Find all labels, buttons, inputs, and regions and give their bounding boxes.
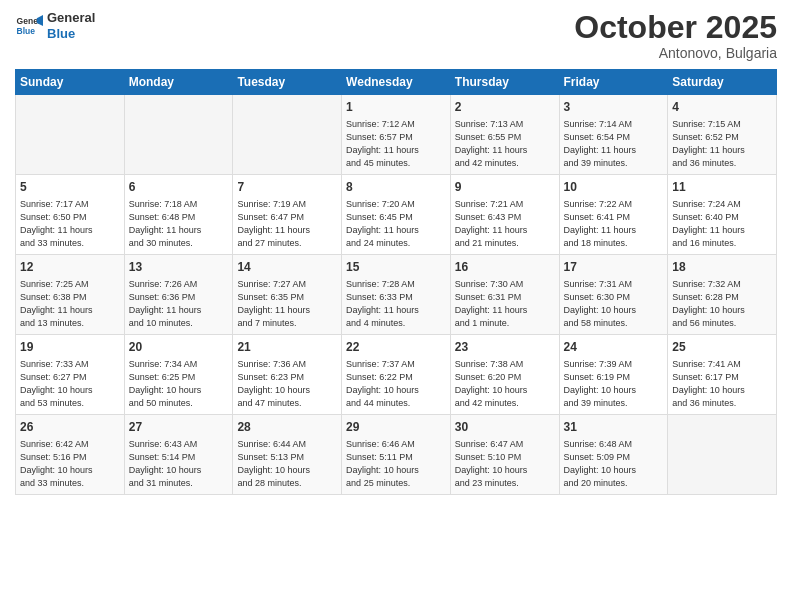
day-info: Sunrise: 7:32 AM Sunset: 6:28 PM Dayligh…: [672, 278, 772, 330]
day-number: 23: [455, 339, 555, 356]
calendar-cell: 10Sunrise: 7:22 AM Sunset: 6:41 PM Dayli…: [559, 175, 668, 255]
day-info: Sunrise: 7:22 AM Sunset: 6:41 PM Dayligh…: [564, 198, 664, 250]
calendar-cell: 30Sunrise: 6:47 AM Sunset: 5:10 PM Dayli…: [450, 415, 559, 495]
day-number: 31: [564, 419, 664, 436]
logo: General Blue General Blue: [15, 10, 95, 41]
day-info: Sunrise: 7:28 AM Sunset: 6:33 PM Dayligh…: [346, 278, 446, 330]
logo-icon: General Blue: [15, 12, 43, 40]
calendar-cell: 23Sunrise: 7:38 AM Sunset: 6:20 PM Dayli…: [450, 335, 559, 415]
day-number: 5: [20, 179, 120, 196]
day-number: 2: [455, 99, 555, 116]
weekday-header-sunday: Sunday: [16, 70, 125, 95]
day-number: 20: [129, 339, 229, 356]
day-info: Sunrise: 7:37 AM Sunset: 6:22 PM Dayligh…: [346, 358, 446, 410]
day-number: 14: [237, 259, 337, 276]
calendar-cell: 21Sunrise: 7:36 AM Sunset: 6:23 PM Dayli…: [233, 335, 342, 415]
day-number: 21: [237, 339, 337, 356]
calendar-cell: 24Sunrise: 7:39 AM Sunset: 6:19 PM Dayli…: [559, 335, 668, 415]
calendar-cell: 1Sunrise: 7:12 AM Sunset: 6:57 PM Daylig…: [342, 95, 451, 175]
day-number: 26: [20, 419, 120, 436]
day-number: 4: [672, 99, 772, 116]
calendar-table: SundayMondayTuesdayWednesdayThursdayFrid…: [15, 69, 777, 495]
day-info: Sunrise: 7:41 AM Sunset: 6:17 PM Dayligh…: [672, 358, 772, 410]
day-info: Sunrise: 7:18 AM Sunset: 6:48 PM Dayligh…: [129, 198, 229, 250]
day-info: Sunrise: 7:31 AM Sunset: 6:30 PM Dayligh…: [564, 278, 664, 330]
calendar-cell: 4Sunrise: 7:15 AM Sunset: 6:52 PM Daylig…: [668, 95, 777, 175]
day-number: 1: [346, 99, 446, 116]
calendar-cell: 9Sunrise: 7:21 AM Sunset: 6:43 PM Daylig…: [450, 175, 559, 255]
day-number: 6: [129, 179, 229, 196]
week-row-4: 19Sunrise: 7:33 AM Sunset: 6:27 PM Dayli…: [16, 335, 777, 415]
day-info: Sunrise: 7:12 AM Sunset: 6:57 PM Dayligh…: [346, 118, 446, 170]
location: Antonovo, Bulgaria: [574, 45, 777, 61]
calendar-cell: 13Sunrise: 7:26 AM Sunset: 6:36 PM Dayli…: [124, 255, 233, 335]
day-number: 13: [129, 259, 229, 276]
page: General Blue General Blue October 2025 A…: [0, 0, 792, 612]
day-info: Sunrise: 6:43 AM Sunset: 5:14 PM Dayligh…: [129, 438, 229, 490]
calendar-cell: 5Sunrise: 7:17 AM Sunset: 6:50 PM Daylig…: [16, 175, 125, 255]
header: General Blue General Blue October 2025 A…: [15, 10, 777, 61]
day-number: 11: [672, 179, 772, 196]
month-title: October 2025: [574, 10, 777, 45]
calendar-cell: 8Sunrise: 7:20 AM Sunset: 6:45 PM Daylig…: [342, 175, 451, 255]
calendar-cell: 22Sunrise: 7:37 AM Sunset: 6:22 PM Dayli…: [342, 335, 451, 415]
calendar-cell: 25Sunrise: 7:41 AM Sunset: 6:17 PM Dayli…: [668, 335, 777, 415]
day-info: Sunrise: 7:39 AM Sunset: 6:19 PM Dayligh…: [564, 358, 664, 410]
svg-text:Blue: Blue: [17, 25, 36, 35]
calendar-cell: 20Sunrise: 7:34 AM Sunset: 6:25 PM Dayli…: [124, 335, 233, 415]
calendar-cell: 26Sunrise: 6:42 AM Sunset: 5:16 PM Dayli…: [16, 415, 125, 495]
day-number: 3: [564, 99, 664, 116]
day-info: Sunrise: 7:33 AM Sunset: 6:27 PM Dayligh…: [20, 358, 120, 410]
week-row-2: 5Sunrise: 7:17 AM Sunset: 6:50 PM Daylig…: [16, 175, 777, 255]
weekday-header-wednesday: Wednesday: [342, 70, 451, 95]
calendar-cell: 17Sunrise: 7:31 AM Sunset: 6:30 PM Dayli…: [559, 255, 668, 335]
day-number: 17: [564, 259, 664, 276]
day-number: 28: [237, 419, 337, 436]
day-number: 10: [564, 179, 664, 196]
day-number: 7: [237, 179, 337, 196]
calendar-cell: 19Sunrise: 7:33 AM Sunset: 6:27 PM Dayli…: [16, 335, 125, 415]
calendar-cell: 27Sunrise: 6:43 AM Sunset: 5:14 PM Dayli…: [124, 415, 233, 495]
calendar-cell: [668, 415, 777, 495]
calendar-cell: 3Sunrise: 7:14 AM Sunset: 6:54 PM Daylig…: [559, 95, 668, 175]
day-number: 18: [672, 259, 772, 276]
day-number: 22: [346, 339, 446, 356]
calendar-cell: 12Sunrise: 7:25 AM Sunset: 6:38 PM Dayli…: [16, 255, 125, 335]
day-info: Sunrise: 7:30 AM Sunset: 6:31 PM Dayligh…: [455, 278, 555, 330]
calendar-cell: [233, 95, 342, 175]
day-info: Sunrise: 6:44 AM Sunset: 5:13 PM Dayligh…: [237, 438, 337, 490]
day-number: 19: [20, 339, 120, 356]
day-info: Sunrise: 7:17 AM Sunset: 6:50 PM Dayligh…: [20, 198, 120, 250]
calendar-cell: 7Sunrise: 7:19 AM Sunset: 6:47 PM Daylig…: [233, 175, 342, 255]
calendar-cell: 18Sunrise: 7:32 AM Sunset: 6:28 PM Dayli…: [668, 255, 777, 335]
day-info: Sunrise: 7:25 AM Sunset: 6:38 PM Dayligh…: [20, 278, 120, 330]
weekday-header-tuesday: Tuesday: [233, 70, 342, 95]
week-row-1: 1Sunrise: 7:12 AM Sunset: 6:57 PM Daylig…: [16, 95, 777, 175]
day-number: 29: [346, 419, 446, 436]
calendar-cell: 14Sunrise: 7:27 AM Sunset: 6:35 PM Dayli…: [233, 255, 342, 335]
weekday-header-row: SundayMondayTuesdayWednesdayThursdayFrid…: [16, 70, 777, 95]
day-number: 24: [564, 339, 664, 356]
weekday-header-saturday: Saturday: [668, 70, 777, 95]
calendar-body: 1Sunrise: 7:12 AM Sunset: 6:57 PM Daylig…: [16, 95, 777, 495]
day-info: Sunrise: 6:48 AM Sunset: 5:09 PM Dayligh…: [564, 438, 664, 490]
calendar-cell: [16, 95, 125, 175]
day-info: Sunrise: 7:19 AM Sunset: 6:47 PM Dayligh…: [237, 198, 337, 250]
day-info: Sunrise: 7:14 AM Sunset: 6:54 PM Dayligh…: [564, 118, 664, 170]
calendar-cell: 31Sunrise: 6:48 AM Sunset: 5:09 PM Dayli…: [559, 415, 668, 495]
day-info: Sunrise: 6:42 AM Sunset: 5:16 PM Dayligh…: [20, 438, 120, 490]
day-info: Sunrise: 7:27 AM Sunset: 6:35 PM Dayligh…: [237, 278, 337, 330]
day-number: 25: [672, 339, 772, 356]
day-number: 12: [20, 259, 120, 276]
calendar-cell: 29Sunrise: 6:46 AM Sunset: 5:11 PM Dayli…: [342, 415, 451, 495]
calendar-cell: 2Sunrise: 7:13 AM Sunset: 6:55 PM Daylig…: [450, 95, 559, 175]
day-info: Sunrise: 7:24 AM Sunset: 6:40 PM Dayligh…: [672, 198, 772, 250]
day-info: Sunrise: 7:15 AM Sunset: 6:52 PM Dayligh…: [672, 118, 772, 170]
calendar-cell: 16Sunrise: 7:30 AM Sunset: 6:31 PM Dayli…: [450, 255, 559, 335]
weekday-header-monday: Monday: [124, 70, 233, 95]
title-block: October 2025 Antonovo, Bulgaria: [574, 10, 777, 61]
day-info: Sunrise: 7:21 AM Sunset: 6:43 PM Dayligh…: [455, 198, 555, 250]
day-info: Sunrise: 7:36 AM Sunset: 6:23 PM Dayligh…: [237, 358, 337, 410]
day-number: 8: [346, 179, 446, 196]
day-number: 16: [455, 259, 555, 276]
